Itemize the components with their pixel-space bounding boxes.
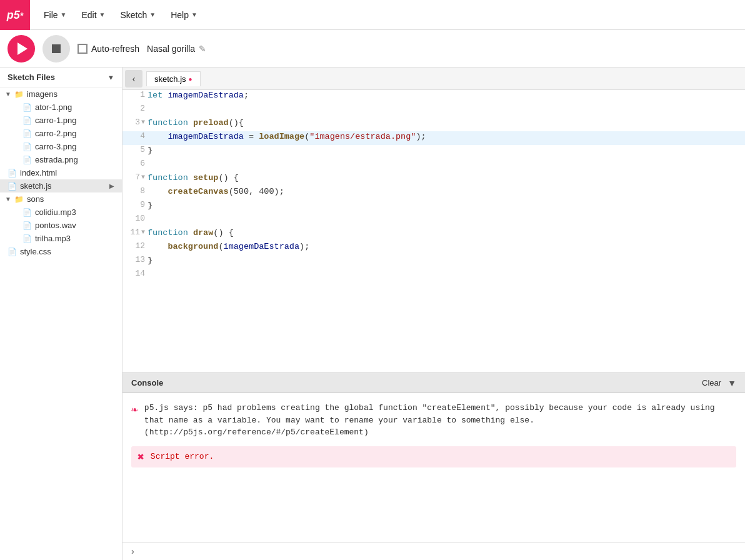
editor-area: ‹ sketch.js ● 1 let imagemDaEstrada; 2 <box>122 68 745 560</box>
sons-folder-label: sons <box>27 194 44 204</box>
carro-3-label: carro-3.png <box>35 142 76 151</box>
line-num-11: 11▼ <box>122 228 148 237</box>
folder-sons[interactable]: ▼ 📁 sons <box>0 192 122 206</box>
line-num-4: 4 <box>122 131 148 141</box>
file-index-html[interactable]: 📄 index.html <box>0 166 122 179</box>
pontos-label: pontos.wav <box>35 221 76 230</box>
carro-3-file-icon: 📄 <box>22 142 32 151</box>
main-content: Sketch Files ▼ ▼ 📁 imagens 📄 ator-1.png … <box>0 68 745 560</box>
sidebar-title: Sketch Files <box>8 72 55 82</box>
sidebar-toggle-arrow[interactable]: ▼ <box>108 74 114 81</box>
line-num-5: 5 <box>122 145 148 154</box>
code-content-3: function preload(){ <box>148 118 745 128</box>
ator-1-file-icon: 📄 <box>22 103 32 112</box>
sidebar-header: Sketch Files ▼ <box>0 68 122 88</box>
code-content-6 <box>148 159 745 160</box>
file-estrada-png[interactable]: 📄 estrada.png <box>15 153 122 166</box>
play-button[interactable] <box>8 35 35 62</box>
code-line-6: 6 <box>122 159 745 172</box>
line-num-6: 6 <box>122 159 148 168</box>
line-num-9: 9 <box>122 200 148 209</box>
tab-modified-indicator: ● <box>189 76 192 82</box>
code-line-3: 3▼ function preload(){ <box>122 118 745 131</box>
code-line-9: 9 } <box>122 200 745 214</box>
help-arrow: ▼ <box>191 11 198 18</box>
play-icon <box>18 42 28 55</box>
collapse-arrow-11[interactable]: ▼ <box>141 229 145 236</box>
sketch-name-text: Nasal gorilla <box>147 44 195 54</box>
carro-2-file-icon: 📄 <box>22 129 32 138</box>
colidiu-file-icon: 📄 <box>22 208 32 217</box>
editor-tabs: ‹ sketch.js ● <box>122 68 745 90</box>
code-content-4: imagemDaEstrada = loadImage("imagens/est… <box>148 131 745 142</box>
carro-2-label: carro-2.png <box>35 129 76 138</box>
folder-imagens[interactable]: ▼ 📁 imagens <box>0 88 122 101</box>
clear-button[interactable]: Clear <box>699 377 724 389</box>
style-file-icon: 📄 <box>8 248 17 256</box>
console-error-message: ✖ Script error. <box>131 446 736 468</box>
console-controls: Clear ▼ <box>699 377 736 389</box>
code-line-14: 14 <box>122 269 745 282</box>
estrada-file-icon: 📄 <box>22 156 32 164</box>
sidebar: Sketch Files ▼ ▼ 📁 imagens 📄 ator-1.png … <box>0 68 122 560</box>
sketch-arrow: ▼ <box>149 11 156 18</box>
sketch-file-icon: 📄 <box>8 182 17 191</box>
toolbar: Auto-refresh Nasal gorilla ✎ <box>0 30 745 68</box>
menu-help[interactable]: Help ▼ <box>164 8 204 22</box>
console-prompt-icon: › <box>131 546 134 556</box>
code-content-13: } <box>148 255 745 266</box>
file-ator-1-png[interactable]: 📄 ator-1.png <box>15 101 122 114</box>
edit-sketch-name-icon[interactable]: ✎ <box>199 44 206 54</box>
collapse-arrow-3[interactable]: ▼ <box>141 119 145 126</box>
logo-text: p5* <box>7 9 23 22</box>
trilha-label: trilha.mp3 <box>35 234 71 243</box>
edit-arrow: ▼ <box>99 11 106 18</box>
imagens-folder-label: imagens <box>27 89 58 99</box>
file-colidiu-mp3[interactable]: 📄 colidiu.mp3 <box>15 206 122 219</box>
code-content-2 <box>148 104 745 105</box>
file-sketch-js[interactable]: 📄 sketch.js ▶ <box>0 179 122 192</box>
carro-1-file-icon: 📄 <box>22 116 32 125</box>
error-icon: ✖ <box>138 450 144 464</box>
file-carro-1-png[interactable]: 📄 carro-1.png <box>15 114 122 127</box>
imagens-children: 📄 ator-1.png 📄 carro-1.png 📄 carro-2.png… <box>0 101 122 166</box>
line-num-2: 2 <box>122 104 148 113</box>
code-line-5: 5 } <box>122 145 745 159</box>
code-line-1: 1 let imagemDaEstrada; <box>122 90 745 104</box>
auto-refresh-checkbox[interactable] <box>78 44 88 54</box>
imagens-folder-icon: 📁 <box>14 90 24 99</box>
code-editor[interactable]: 1 let imagemDaEstrada; 2 3▼ function pre… <box>122 90 745 372</box>
file-trilha-mp3[interactable]: 📄 trilha.mp3 <box>15 232 122 245</box>
menu-edit[interactable]: Edit ▼ <box>75 8 111 22</box>
console-chevron-icon[interactable]: ▼ <box>728 378 736 388</box>
code-line-2: 2 <box>122 104 745 118</box>
index-file-icon: 📄 <box>8 169 17 178</box>
code-line-12: 12 background(imagemDaEstrada); <box>122 241 745 255</box>
back-arrow-icon: ‹ <box>132 74 136 84</box>
console-body: ❧ p5.js says: p5 had problems creating t… <box>122 393 745 542</box>
file-carro-3-png[interactable]: 📄 carro-3.png <box>15 140 122 153</box>
estrada-label: estrada.png <box>35 155 78 164</box>
style-css-label: style.css <box>20 247 51 256</box>
line-num-3: 3▼ <box>122 118 148 127</box>
line-num-1: 1 <box>122 90 148 99</box>
back-button[interactable]: ‹ <box>125 70 142 88</box>
code-content-5: } <box>148 145 745 156</box>
file-pontos-wav[interactable]: 📄 pontos.wav <box>15 219 122 232</box>
sons-expand-arrow: ▼ <box>5 196 11 202</box>
code-content-9: } <box>148 200 745 211</box>
collapse-arrow-7[interactable]: ▼ <box>141 174 145 181</box>
auto-refresh-area: Auto-refresh <box>78 44 139 54</box>
file-carro-2-png[interactable]: 📄 carro-2.png <box>15 127 122 140</box>
line-num-13: 13 <box>122 255 148 264</box>
menu-sketch[interactable]: Sketch ▼ <box>114 8 162 22</box>
stop-button[interactable] <box>42 35 70 62</box>
console-input-area: › <box>122 542 745 560</box>
tab-sketch-js[interactable]: sketch.js ● <box>146 71 201 86</box>
code-line-11: 11▼ function draw() { <box>122 228 745 241</box>
line-num-8: 8 <box>122 186 148 196</box>
code-content-14 <box>148 269 745 270</box>
code-content-7: function setup() { <box>148 172 745 183</box>
menu-file[interactable]: File ▼ <box>38 8 72 22</box>
file-style-css[interactable]: 📄 style.css <box>0 245 122 258</box>
